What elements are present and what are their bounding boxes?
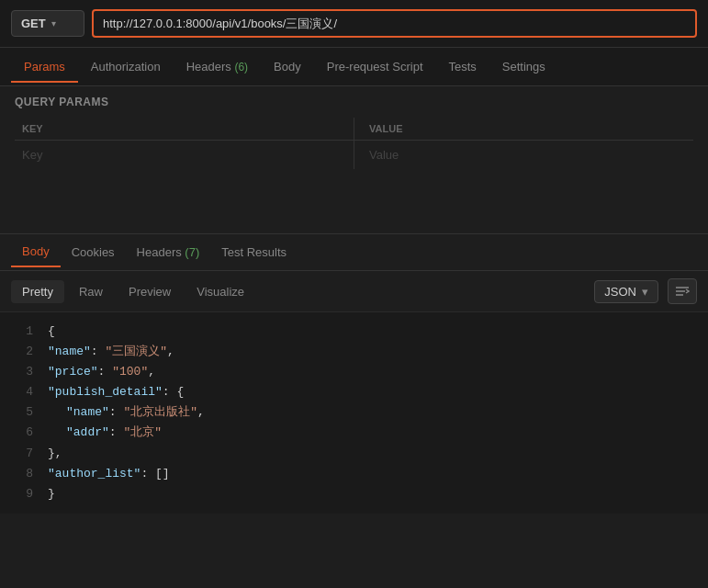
table-row: Key Value xyxy=(15,141,693,170)
tab-tests[interactable]: Tests xyxy=(436,51,489,83)
line-9: 9 } xyxy=(15,484,693,504)
response-tab-headers[interactable]: Headers (7) xyxy=(126,238,211,266)
json-viewer: 1 { 2 "name": "三国演义", 3 "price": "100", … xyxy=(0,312,708,514)
wrap-icon xyxy=(675,285,690,298)
response-headers-badge: (7) xyxy=(185,245,199,259)
value-column-header: VALUE xyxy=(354,118,694,141)
response-tab-results[interactable]: Test Results xyxy=(210,238,298,266)
pretty-button[interactable]: Pretty xyxy=(11,280,64,303)
method-selector[interactable]: GET ▾ xyxy=(11,10,84,37)
line-5: 5 "name": "北京出版社", xyxy=(15,402,693,423)
tab-prerequest[interactable]: Pre-request Script xyxy=(314,51,436,83)
query-params-title: Query Params xyxy=(15,96,693,108)
tab-headers[interactable]: Headers (6) xyxy=(174,51,261,83)
line-6: 6 "addr": "北京" xyxy=(15,423,693,443)
json-type-selector[interactable]: JSON ▾ xyxy=(594,280,658,303)
response-section: Body Cookies Headers (7) Test Results Pr… xyxy=(0,234,708,514)
params-table: KEY VALUE Key Value xyxy=(15,118,693,169)
response-tabs: Body Cookies Headers (7) Test Results xyxy=(0,234,708,271)
line-4: 4 "publish_detail": { xyxy=(15,382,693,402)
response-tab-cookies[interactable]: Cookies xyxy=(61,238,126,266)
line-2: 2 "name": "三国演义", xyxy=(15,342,693,362)
tab-body[interactable]: Body xyxy=(261,51,314,83)
line-1: 1 { xyxy=(15,322,693,342)
line-8: 8 "author_list": [] xyxy=(15,464,693,484)
key-column-header: KEY xyxy=(15,118,354,141)
tab-params[interactable]: Params xyxy=(11,51,78,83)
json-type-label: JSON xyxy=(604,285,636,299)
json-chevron-icon: ▾ xyxy=(642,285,648,299)
value-cell[interactable]: Value xyxy=(354,141,694,170)
top-bar: GET ▾ xyxy=(0,0,708,48)
preview-button[interactable]: Preview xyxy=(118,280,182,303)
response-tab-body[interactable]: Body xyxy=(11,237,61,267)
key-cell[interactable]: Key xyxy=(15,141,354,170)
request-tabs: Params Authorization Headers (6) Body Pr… xyxy=(0,48,708,86)
format-bar: Pretty Raw Preview Visualize JSON ▾ xyxy=(0,271,708,312)
line-7: 7 }, xyxy=(15,444,693,464)
query-params-section: Query Params KEY VALUE Key Value xyxy=(0,86,708,178)
headers-badge: (6) xyxy=(234,61,248,74)
method-label: GET xyxy=(21,17,46,30)
raw-button[interactable]: Raw xyxy=(68,280,114,303)
line-3: 3 "price": "100", xyxy=(15,362,693,382)
chevron-down-icon: ▾ xyxy=(51,18,56,28)
visualize-button[interactable]: Visualize xyxy=(185,280,255,303)
wrap-button[interactable] xyxy=(668,278,697,304)
url-input[interactable] xyxy=(92,9,697,38)
tab-authorization[interactable]: Authorization xyxy=(78,51,174,83)
tab-settings[interactable]: Settings xyxy=(489,51,558,83)
